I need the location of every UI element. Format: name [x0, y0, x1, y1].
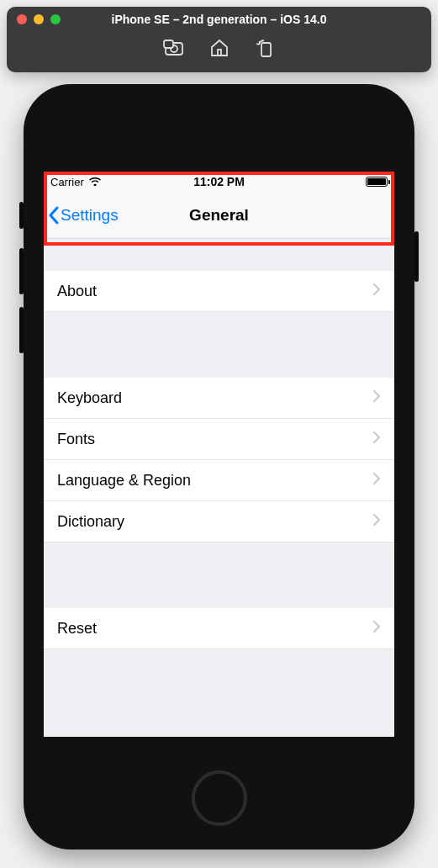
group-spacer [44, 239, 394, 271]
chevron-right-icon [372, 431, 381, 448]
mute-switch[interactable] [19, 202, 24, 229]
volume-up-button[interactable] [19, 248, 24, 294]
chevron-right-icon [372, 620, 381, 638]
svg-rect-2 [164, 40, 173, 48]
back-button-label: Settings [61, 206, 119, 225]
battery-icon [366, 177, 388, 187]
group-spacer [44, 542, 394, 608]
svg-rect-4 [261, 43, 271, 56]
list-item[interactable]: Reset [44, 608, 394, 649]
device-screen: Carrier 11:02 PM Settings General AboutK… [44, 172, 394, 737]
list-item[interactable]: Language & Region [44, 460, 394, 501]
rotate-button[interactable] [254, 37, 276, 59]
window-zoom-button[interactable] [50, 14, 61, 24]
list-item[interactable]: Fonts [44, 419, 394, 460]
status-bar: Carrier 11:02 PM [44, 172, 394, 192]
power-button[interactable] [414, 231, 419, 282]
chevron-right-icon [372, 472, 381, 490]
navigation-bar: Settings General [44, 192, 394, 239]
window-controls [17, 14, 61, 24]
screenshot-button[interactable] [163, 37, 185, 59]
device-frame: Carrier 11:02 PM Settings General AboutK… [24, 84, 414, 849]
simulator-titlebar: iPhone SE – 2nd generation – iOS 14.0 [7, 7, 431, 32]
simulator-window: iPhone SE – 2nd generation – iOS 14.0 [7, 7, 431, 72]
chevron-right-icon [372, 513, 381, 531]
volume-down-button[interactable] [19, 307, 24, 353]
list-item[interactable]: Dictionary [44, 501, 394, 542]
svg-rect-3 [218, 50, 221, 56]
window-minimize-button[interactable] [34, 14, 44, 24]
chevron-right-icon [372, 389, 381, 407]
list-item[interactable]: About [44, 271, 394, 312]
back-button[interactable]: Settings [44, 206, 119, 225]
window-close-button[interactable] [17, 14, 27, 24]
device-home-button[interactable] [192, 770, 247, 826]
list-item-label: Fonts [57, 431, 95, 448]
list-item-label: Reset [57, 620, 97, 638]
settings-list: AboutKeyboardFontsLanguage & RegionDicti… [44, 239, 394, 649]
simulator-toolbar [7, 32, 431, 67]
list-item-label: Language & Region [57, 472, 191, 490]
chevron-right-icon [372, 283, 381, 300]
list-item-label: Dictionary [57, 513, 124, 531]
simulator-title: iPhone SE – 2nd generation – iOS 14.0 [7, 13, 431, 26]
clock-label: 11:02 PM [44, 175, 394, 188]
home-button[interactable] [208, 37, 230, 59]
list-item-label: About [57, 283, 97, 300]
group-spacer [44, 312, 394, 378]
list-item[interactable]: Keyboard [44, 378, 394, 419]
list-item-label: Keyboard [57, 389, 122, 407]
